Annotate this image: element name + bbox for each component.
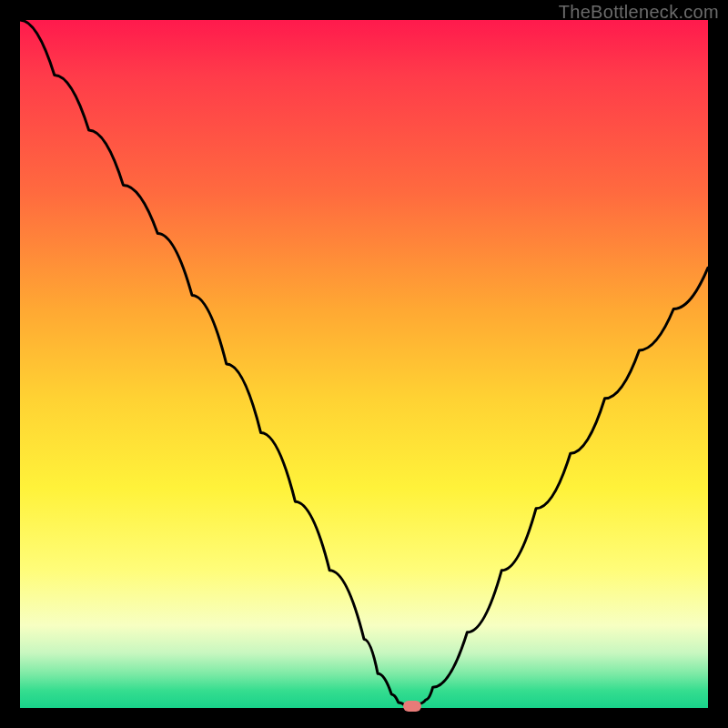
optimal-marker: [403, 701, 421, 712]
chart-frame: TheBottleneck.com: [0, 0, 728, 728]
bottleneck-curve: [20, 20, 708, 706]
curve-svg: [20, 20, 708, 708]
plot-area: [20, 20, 708, 708]
